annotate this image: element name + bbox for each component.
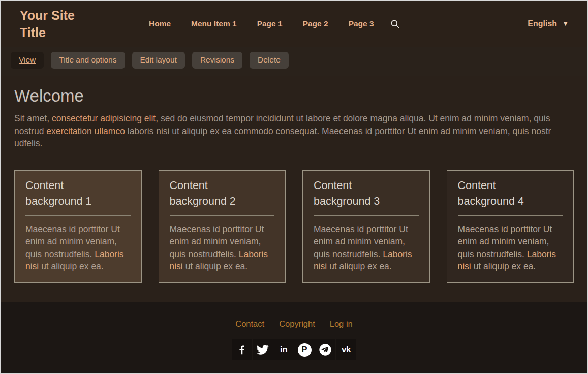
chevron-down-icon: ▼ xyxy=(562,20,569,27)
card-title: Content background 2 xyxy=(170,178,256,209)
pinterest-icon[interactable]: P xyxy=(294,339,315,360)
card-body: Maecenas id porttitor Ut enim ad minim v… xyxy=(170,223,275,273)
nav-item-page-3[interactable]: Page 3 xyxy=(349,19,374,28)
search-icon[interactable] xyxy=(390,19,400,29)
card-title: Content background 3 xyxy=(314,178,400,209)
twitter-icon[interactable] xyxy=(253,339,273,360)
main-content: Welcome Sit amet, consectetur adipisicin… xyxy=(1,76,587,302)
tab-delete[interactable]: Delete xyxy=(250,52,289,69)
tab-title-and-options[interactable]: Title and options xyxy=(51,52,125,69)
nav-item-page-1[interactable]: Page 1 xyxy=(257,19,283,28)
card-title: Content background 4 xyxy=(458,178,544,209)
card-body: Maecenas id porttitor Ut enim ad minim v… xyxy=(25,223,131,273)
footer-link-contact[interactable]: Contact xyxy=(235,319,264,329)
content-card-content-background-2: Content background 2Maecenas id porttito… xyxy=(159,170,286,283)
admin-tabs: ViewTitle and optionsEdit layoutRevision… xyxy=(1,47,587,76)
content-cards: Content background 1Maecenas id porttito… xyxy=(14,170,574,283)
text-segment: ut aliquip ex ea. xyxy=(39,261,103,271)
social-icons: inPvk xyxy=(232,339,356,360)
facebook-icon[interactable] xyxy=(232,339,252,360)
site-header: Your Site Title HomeMenu Item 1Page 1Pag… xyxy=(1,1,587,47)
card-title: Content background 1 xyxy=(25,178,112,209)
text-segment: Sit amet, xyxy=(14,113,52,123)
footer-link-copyright[interactable]: Copyright xyxy=(279,319,315,329)
main-nav: HomeMenu Item 1Page 1Page 2Page 3 xyxy=(149,19,374,28)
content-card-content-background-4: Content background 4Maecenas id porttito… xyxy=(447,170,574,283)
vk-glyph: vk xyxy=(342,345,351,355)
card-body: Maecenas id porttitor Ut enim ad minim v… xyxy=(458,223,563,273)
text-segment: ut aliquip ex ea. xyxy=(327,261,391,271)
text-segment: ut aliquip ex ea. xyxy=(471,261,536,271)
text-segment: ut aliquip ex ea. xyxy=(183,261,247,271)
footer-link-log-in[interactable]: Log in xyxy=(330,319,353,329)
content-card-content-background-1: Content background 1Maecenas id porttito… xyxy=(14,170,142,283)
inline-link-consectetur-adipisicing-elit[interactable]: consectetur adipisicing elit xyxy=(52,113,156,123)
nav-item-page-2[interactable]: Page 2 xyxy=(303,19,328,28)
language-selector[interactable]: English ▼ xyxy=(528,19,569,28)
tab-edit-layout[interactable]: Edit layout xyxy=(132,52,185,69)
nav-item-menu-item-1[interactable]: Menu Item 1 xyxy=(191,19,237,28)
card-divider xyxy=(25,215,131,216)
intro-paragraph: Sit amet, consectetur adipisicing elit, … xyxy=(14,112,574,150)
site-title-link[interactable]: Your Site Title xyxy=(20,7,87,41)
telegram-icon[interactable] xyxy=(315,339,335,360)
nav-item-home[interactable]: Home xyxy=(149,19,171,28)
tab-view[interactable]: View xyxy=(11,52,44,69)
linkedin-glyph: in xyxy=(280,345,287,355)
content-card-content-background-3: Content background 3Maecenas id porttito… xyxy=(302,170,430,283)
card-divider xyxy=(458,215,563,216)
footer-links: ContactCopyrightLog in xyxy=(235,319,352,329)
pinterest-glyph: P xyxy=(298,343,312,357)
card-divider xyxy=(314,215,419,216)
card-body: Maecenas id porttitor Ut enim ad minim v… xyxy=(314,223,419,273)
page-title: Welcome xyxy=(14,86,574,106)
card-divider xyxy=(170,215,275,216)
language-label: English xyxy=(528,19,557,28)
vk-icon[interactable]: vk xyxy=(336,339,356,360)
site-footer: ContactCopyrightLog in inPvk xyxy=(1,302,587,373)
page: Your Site Title HomeMenu Item 1Page 1Pag… xyxy=(0,0,588,374)
tab-revisions[interactable]: Revisions xyxy=(192,52,242,69)
inline-link-exercitation-ullamco[interactable]: exercitation ullamco xyxy=(46,126,125,136)
linkedin-icon[interactable]: in xyxy=(273,339,294,360)
